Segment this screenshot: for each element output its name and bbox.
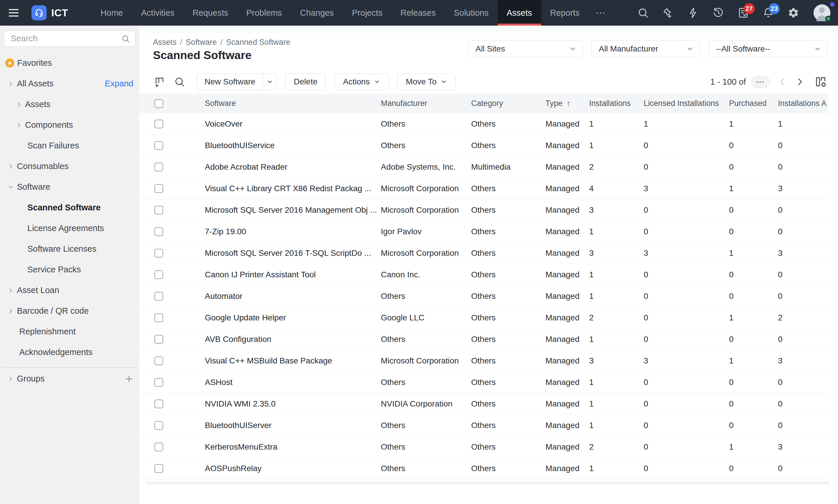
sidebar-item-scan-failures[interactable]: Scan Failures <box>0 135 139 156</box>
select-all-checkbox[interactable] <box>154 99 163 108</box>
global-search-icon[interactable] <box>637 7 649 19</box>
table-row[interactable]: 7-Zip 19.00 Igor Pavlov Others Managed 1… <box>139 221 828 242</box>
software-name-cell[interactable]: Microsoft SQL Server 2016 T-SQL ScriptDo… <box>205 249 381 258</box>
breadcrumb-software[interactable]: Software <box>186 38 217 47</box>
nav-projects[interactable]: Projects <box>343 0 392 25</box>
nav-activities[interactable]: Activities <box>132 0 183 25</box>
sidebar-item-scanned-software[interactable]: Scanned Software <box>0 197 139 218</box>
software-name-cell[interactable]: Visual C++ Library CRT X86 Redist Packag… <box>205 184 381 193</box>
add-group-icon[interactable] <box>125 375 134 383</box>
software-name-cell[interactable]: ASHost <box>205 378 381 387</box>
software-name-cell[interactable]: 7-Zip 19.00 <box>205 227 381 236</box>
table-row[interactable]: Visual C++ MSBuild Base Package Microsof… <box>139 350 828 372</box>
software-name-cell[interactable]: AOSPushRelay <box>205 464 381 473</box>
software-name-cell[interactable]: Adobe Acrobat Reader <box>205 162 381 172</box>
row-checkbox[interactable] <box>154 357 163 365</box>
row-checkbox[interactable] <box>154 464 163 473</box>
software-name-cell[interactable]: BluetoothUIService <box>205 141 381 150</box>
table-row[interactable]: Automator Others Others Managed 1 0 0 0 <box>139 286 828 307</box>
chevron-down-icon[interactable] <box>7 183 15 191</box>
pagination-more-icon[interactable]: ⋯ <box>751 76 770 88</box>
table-row[interactable]: KerberosMenuExtra Others Others Managed … <box>139 436 828 458</box>
software-name-cell[interactable]: Visual C++ MSBuild Base Package <box>205 356 381 365</box>
sidebar-item-groups[interactable]: Groups <box>0 368 139 389</box>
sort-ascending-icon[interactable]: ↑ <box>567 99 570 108</box>
column-header-purchased[interactable]: Purchased <box>729 99 778 108</box>
sidebar-item-all-assets[interactable]: All Assets Expand <box>0 73 139 94</box>
column-header-software[interactable]: Software <box>205 99 381 108</box>
table-row[interactable]: Adobe Acrobat Reader Adobe Systems, Inc.… <box>139 156 828 178</box>
sidebar-item-barcode-qr-code[interactable]: Barcode / QR code <box>0 301 139 321</box>
row-checkbox[interactable] <box>154 399 163 408</box>
move-to-button[interactable]: Move To <box>397 74 456 90</box>
new-software-button[interactable]: New Software <box>197 74 276 90</box>
software-name-cell[interactable]: Canon IJ Printer Assistant Tool <box>205 270 381 280</box>
software-name-cell[interactable]: VoiceOver <box>205 119 381 129</box>
row-checkbox[interactable] <box>154 249 163 257</box>
column-header-manufacturer[interactable]: Manufacturer <box>381 99 471 108</box>
sidebar-search-input[interactable] <box>4 31 135 47</box>
app-logo[interactable] <box>32 5 47 20</box>
sidebar-item-asset-loan[interactable]: Asset Loan <box>0 280 139 301</box>
manufacturer-filter-select[interactable]: All Manufacturer <box>592 40 700 57</box>
user-avatar[interactable] <box>814 4 831 21</box>
new-software-dropdown-icon[interactable] <box>263 74 276 90</box>
chevron-right-icon[interactable] <box>7 375 15 383</box>
row-checkbox[interactable] <box>154 163 163 172</box>
software-name-cell[interactable]: KerberosMenuExtra <box>205 442 381 452</box>
table-row[interactable]: AVB Configuration Others Others Managed … <box>139 328 828 350</box>
software-name-cell[interactable]: Automator <box>205 292 381 301</box>
sidebar-item-assets[interactable]: Assets <box>0 94 139 115</box>
column-header-type[interactable]: Type ↑ <box>545 99 589 108</box>
nav-solutions[interactable]: Solutions <box>445 0 497 25</box>
table-row[interactable]: BluetoothUIServer Others Others Managed … <box>139 415 828 436</box>
table-row[interactable]: ASHost Others Others Managed 1 0 0 0 <box>139 372 828 393</box>
chevron-right-icon[interactable] <box>7 287 15 294</box>
table-row[interactable]: VoiceOver Others Others Managed 1 1 1 1 <box>139 113 828 135</box>
history-icon[interactable] <box>712 7 724 19</box>
row-checkbox[interactable] <box>154 378 163 387</box>
table-row[interactable]: Microsoft SQL Server 2016 T-SQL ScriptDo… <box>139 242 828 264</box>
quick-actions-icon[interactable] <box>687 7 699 19</box>
breadcrumb-assets[interactable]: Assets <box>153 38 176 47</box>
next-page-icon[interactable] <box>795 77 805 87</box>
column-settings-icon[interactable] <box>814 75 827 88</box>
expand-link[interactable]: Expand <box>105 79 134 88</box>
sidebar-item-replenishment[interactable]: Replenishment <box>0 321 139 342</box>
row-checkbox[interactable] <box>154 443 163 451</box>
table-row[interactable]: Google Update Helper Google LLC Others M… <box>139 307 828 328</box>
sidebar-item-consumables[interactable]: Consumables <box>0 156 139 177</box>
row-checkbox[interactable] <box>154 421 163 430</box>
table-row[interactable]: NVIDIA WMI 2.35.0 NVIDIA Corporation Oth… <box>139 393 828 415</box>
nav-home[interactable]: Home <box>91 0 132 25</box>
column-header-installations-awaiting[interactable]: Installations A <box>778 99 828 108</box>
row-checkbox[interactable] <box>154 335 163 344</box>
actions-button[interactable]: Actions <box>335 74 389 90</box>
settings-gear-icon[interactable] <box>787 7 800 19</box>
list-search-icon[interactable] <box>173 75 186 88</box>
add-view-icon[interactable] <box>153 75 166 88</box>
chevron-right-icon[interactable] <box>15 101 23 108</box>
row-checkbox[interactable] <box>154 141 163 150</box>
sites-filter-select[interactable]: All Sites <box>468 40 583 57</box>
software-filter-select[interactable]: --All Software-- <box>708 40 827 57</box>
column-header-category[interactable]: Category <box>471 99 545 108</box>
row-checkbox[interactable] <box>154 206 163 214</box>
sidebar-item-acknowledgements[interactable]: Acknowledgements <box>0 342 139 363</box>
table-row[interactable]: Microsoft SQL Server 2016 Management Obj… <box>139 199 828 221</box>
nav-releases[interactable]: Releases <box>392 0 445 25</box>
row-checkbox[interactable] <box>154 313 163 322</box>
horizontal-scrollbar[interactable] <box>146 482 830 484</box>
previous-page-icon[interactable] <box>777 77 787 87</box>
nav-requests[interactable]: Requests <box>184 0 238 25</box>
sidebar-item-components[interactable]: Components <box>0 115 139 135</box>
hamburger-menu-icon[interactable] <box>9 9 19 17</box>
approvals-icon[interactable]: 27 <box>737 7 749 19</box>
row-checkbox[interactable] <box>154 184 163 193</box>
delete-button[interactable]: Delete <box>285 74 326 90</box>
software-name-cell[interactable]: BluetoothUIServer <box>205 421 381 430</box>
row-checkbox[interactable] <box>154 120 163 128</box>
sidebar-item-favorites[interactable]: Favorites <box>0 53 139 73</box>
software-name-cell[interactable]: Microsoft SQL Server 2016 Management Obj… <box>205 205 381 215</box>
nav-problems[interactable]: Problems <box>237 0 291 25</box>
